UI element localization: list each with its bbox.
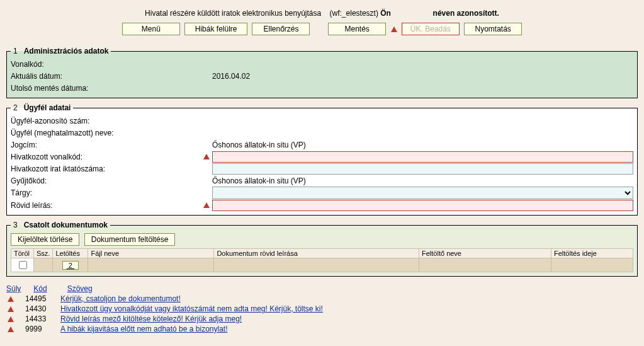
- error-code: 9999: [25, 325, 60, 333]
- error-link[interactable]: A hibák kijavitása előtt nem adható be a…: [60, 325, 228, 333]
- error-code: 14430: [25, 304, 60, 313]
- col-ssz: Ssz.: [34, 249, 53, 258]
- menu-button[interactable]: Menü: [122, 23, 180, 35]
- docs-legend-text: Csatolt dokumentumok: [24, 221, 108, 229]
- err-head-kod[interactable]: Kód: [33, 284, 65, 293]
- client-legend-text: Ügyfél adatai: [24, 103, 71, 112]
- header-suffix: néven azonosított.: [433, 9, 499, 18]
- download-icon[interactable]: 2: [62, 261, 79, 270]
- err-head-suly[interactable]: Súly: [6, 284, 31, 293]
- ref-barcode-label: Hivatkozott vonalkód:: [11, 153, 202, 161]
- ref-barcode-input[interactable]: [212, 151, 633, 163]
- col-torol: Töröl: [11, 249, 34, 258]
- ref-iktato-input[interactable]: [212, 163, 633, 175]
- gyujto-value: Őshonos állatok-in situ (VP): [212, 176, 633, 185]
- errors-top-button[interactable]: Hibák felülre: [184, 23, 247, 35]
- lastsave-label: Utolsó mentés dátuma:: [11, 84, 212, 93]
- warning-icon: [8, 316, 14, 322]
- admin-legend-num: 1: [13, 47, 18, 55]
- current-date-value: 2016.04.02: [212, 72, 633, 81]
- client-name-label: Ügyfél (meghatalmazott) neve:: [11, 129, 212, 137]
- error-row: 14495 Kérjük, csatoljon be dokumentumot!: [6, 294, 638, 303]
- warning-icon: [8, 296, 14, 302]
- error-link[interactable]: Hivatkozott ügy vonalkódját vagy iktatós…: [60, 304, 323, 313]
- client-fieldset: 2 Ügyfél adatai Ügyfél-azonosító szám: Ü…: [6, 103, 638, 216]
- jogcim-label: Jogcím:: [11, 141, 212, 149]
- docs-legend: 3 Csatolt dokumentumok: [11, 221, 110, 229]
- error-code: 14433: [25, 314, 60, 323]
- admin-legend-text: Adminisztrációs adatok: [24, 47, 109, 55]
- row-delete-checkbox[interactable]: [19, 261, 27, 269]
- error-link[interactable]: Rövid leírás mező kitöltése kötelező! Ké…: [60, 314, 242, 323]
- col-ido: Feltöltés ideje: [551, 249, 633, 258]
- warning-icon: [8, 326, 14, 332]
- check-button[interactable]: Ellenőrzés: [252, 23, 310, 35]
- toolbar: Menü Hibák felülre Ellenőrzés Mentés ÜK.…: [6, 23, 638, 35]
- jogcim-value: Őshonos állatok-in situ (VP): [212, 141, 633, 149]
- docs-table: Töröl Ssz. Letöltés Fájl neve Dokumentum…: [11, 248, 633, 272]
- error-link[interactable]: Kérjük, csatoljon be dokumentumot!: [60, 294, 181, 303]
- targy-label: Tárgy:: [11, 188, 212, 197]
- admin-legend: 1 Adminisztrációs adatok: [11, 47, 111, 55]
- page-header: Hivatal részére küldött iratok elektroni…: [6, 9, 638, 18]
- current-date-label: Aktuális dátum:: [11, 72, 212, 81]
- submit-button: ÜK. Beadás: [402, 23, 460, 35]
- client-legend-num: 2: [13, 103, 18, 112]
- error-list: Súly Kód Szöveg 14495 Kérjük, csatoljon …: [6, 284, 638, 333]
- gyujto-label: Gyűjtőkód:: [11, 176, 212, 185]
- error-row: 14433 Rövid leírás mező kitöltése kötele…: [6, 314, 638, 323]
- docs-legend-num: 3: [13, 221, 18, 229]
- targy-select[interactable]: [212, 187, 633, 199]
- err-head-szoveg[interactable]: Szöveg: [67, 284, 93, 293]
- rovid-label: Rövid leírás:: [11, 201, 202, 210]
- col-fajl: Fájl neve: [88, 249, 214, 258]
- table-row: 2: [11, 258, 633, 272]
- client-id-label: Ügyfél-azonosító szám:: [11, 117, 212, 125]
- warning-icon: [8, 306, 14, 312]
- docs-fieldset: 3 Csatolt dokumentumok Kijelöltek törlés…: [6, 221, 638, 277]
- save-button[interactable]: Mentés: [328, 23, 386, 35]
- print-button[interactable]: Nyomtatás: [464, 23, 522, 35]
- col-letoltes: Letöltés: [53, 249, 88, 258]
- warning-icon: [203, 202, 210, 208]
- error-row: 9999 A hibák kijavitása előtt nem adható…: [6, 325, 638, 333]
- delete-selected-button[interactable]: Kijelöltek törlése: [11, 233, 79, 246]
- header-wf: (wf:_elesteszt): [330, 9, 378, 18]
- rovid-input[interactable]: [212, 200, 633, 211]
- warning-icon: [391, 26, 397, 32]
- header-on: Ön: [380, 9, 391, 18]
- ref-iktato-label: Hivatkozott irat iktatószáma:: [11, 164, 212, 173]
- admin-fieldset: 1 Adminisztrációs adatok Vonalkód: Aktuá…: [6, 47, 638, 98]
- header-prefix: Hivatal részére küldött iratok elektroni…: [145, 9, 321, 18]
- upload-doc-button[interactable]: Dokumentum feltöltése: [84, 233, 176, 246]
- barcode-label: Vonalkód:: [11, 60, 212, 69]
- warning-icon: [203, 154, 210, 159]
- col-dleiras: Dokumentum rövid leírása: [214, 249, 419, 258]
- col-feltolto: Feltöltő neve: [419, 249, 551, 258]
- error-row: 14430 Hivatkozott ügy vonalkódját vagy i…: [6, 304, 638, 313]
- client-legend: 2 Ügyfél adatai: [11, 103, 73, 112]
- error-code: 14495: [25, 294, 60, 303]
